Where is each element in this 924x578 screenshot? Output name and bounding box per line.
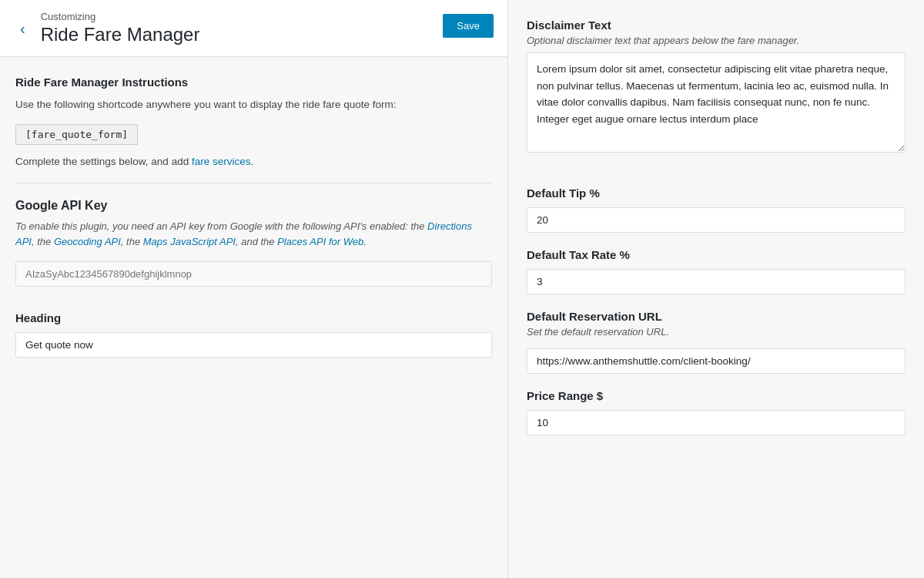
title-block: Customizing Ride Fare Manager	[41, 11, 200, 45]
google-api-key-input[interactable]	[15, 261, 492, 287]
top-bar: ‹ Customizing Ride Fare Manager Save	[0, 0, 507, 57]
right-panel: Disclaimer Text Optional disclaimer text…	[508, 0, 924, 578]
maps-api-link[interactable]: Maps JavaScript API	[143, 236, 236, 247]
google-api-title: Google API Key	[15, 199, 492, 213]
left-panel: ‹ Customizing Ride Fare Manager Save Rid…	[0, 0, 508, 578]
instructions-title: Ride Fare Manager Instructions	[15, 76, 492, 89]
reservation-url-group: Default Reservation URL Set the default …	[527, 310, 906, 374]
left-content: Ride Fare Manager Instructions Use the f…	[0, 57, 507, 578]
api-comma-3: , and the	[236, 236, 277, 247]
disclaimer-textarea[interactable]: Lorem ipsum dolor sit amet, consectetur …	[527, 52, 906, 153]
back-arrow-icon[interactable]: ‹	[14, 18, 32, 39]
page-title: Ride Fare Manager	[41, 24, 200, 45]
default-tip-label: Default Tip %	[527, 187, 906, 200]
default-tax-input[interactable]	[527, 269, 906, 294]
fare-services-link[interactable]: fare services	[192, 156, 251, 167]
default-tax-group: Default Tax Rate %	[527, 248, 906, 294]
geocoding-api-link[interactable]: Geocoding API	[54, 236, 121, 247]
save-button[interactable]: Save	[443, 14, 494, 38]
instructions-section: Ride Fare Manager Instructions Use the f…	[15, 76, 492, 167]
divider-1	[15, 183, 492, 183]
complete-text-after: .	[250, 156, 253, 167]
disclaimer-group: Disclaimer Text Optional disclaimer text…	[527, 18, 906, 171]
default-tip-group: Default Tip %	[527, 187, 906, 233]
reservation-url-input[interactable]	[527, 348, 906, 374]
google-api-section: Google API Key To enable this plugin, yo…	[15, 199, 492, 301]
price-range-label: Price Range $	[527, 389, 906, 402]
price-range-input[interactable]	[527, 410, 906, 435]
price-range-group: Price Range $	[527, 389, 906, 435]
google-api-description: To enable this plugin, you need an API k…	[15, 219, 492, 251]
default-tip-input[interactable]	[527, 207, 906, 233]
customizing-label: Customizing	[41, 11, 200, 22]
reservation-url-label: Default Reservation URL	[527, 310, 906, 323]
heading-label: Heading	[15, 311, 492, 324]
disclaimer-desc: Optional disclaimer text that appears be…	[527, 35, 906, 46]
default-tax-label: Default Tax Rate %	[527, 248, 906, 261]
instructions-text: Use the following shortcode anywhere you…	[15, 96, 492, 113]
disclaimer-title: Disclaimer Text	[527, 18, 906, 32]
places-api-link[interactable]: Places API for Web	[277, 236, 363, 247]
heading-input[interactable]	[15, 332, 492, 358]
shortcode-box: [fare_quote_form]	[15, 124, 138, 145]
complete-text: Complete the settings below, and add far…	[15, 156, 492, 167]
reservation-url-desc: Set the default reservation URL.	[527, 326, 906, 338]
api-desc-before: To enable this plugin, you need an API k…	[15, 220, 427, 232]
api-comma-1: , the	[32, 236, 54, 247]
api-comma-2: , the	[121, 236, 143, 247]
heading-field-group: Heading	[15, 311, 492, 358]
complete-text-before: Complete the settings below, and add	[15, 156, 192, 167]
api-period: .	[363, 236, 367, 247]
